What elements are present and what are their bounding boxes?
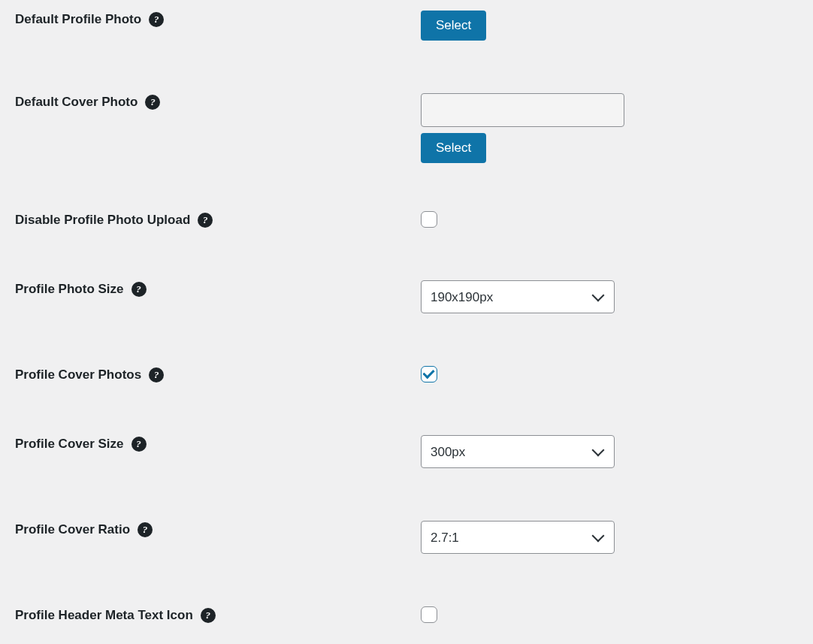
help-icon[interactable]: ? [131,437,147,452]
profile-header-meta-text-icon-label: Profile Header Meta Text Icon [15,608,193,623]
help-icon[interactable]: ? [145,95,160,110]
profile-cover-ratio-label: Profile Cover Ratio [15,522,130,537]
disable-profile-photo-upload-checkbox[interactable] [421,211,437,228]
help-icon[interactable]: ? [149,367,164,382]
profile-cover-ratio-select[interactable]: 2.7:1 [421,521,615,554]
disable-profile-photo-upload-label: Disable Profile Photo Upload [15,213,190,228]
help-icon[interactable]: ? [198,213,213,228]
profile-cover-size-label: Profile Cover Size [15,437,124,452]
profile-cover-size-select[interactable]: 300px [421,435,615,468]
help-icon[interactable]: ? [149,12,164,27]
default-profile-photo-label: Default Profile Photo [15,12,141,27]
default-cover-photo-preview [421,93,624,127]
profile-header-meta-text-icon-checkbox[interactable] [421,606,437,623]
default-cover-photo-select-button[interactable]: Select [421,133,486,163]
default-profile-photo-select-button[interactable]: Select [421,11,486,41]
profile-photo-size-label: Profile Photo Size [15,282,124,297]
profile-photo-size-select[interactable]: 190x190px [421,280,615,313]
profile-cover-photos-label: Profile Cover Photos [15,367,141,382]
help-icon[interactable]: ? [131,282,147,297]
help-icon[interactable]: ? [138,522,153,537]
default-cover-photo-label: Default Cover Photo [15,95,138,110]
help-icon[interactable]: ? [201,608,216,623]
profile-cover-photos-checkbox[interactable] [421,366,437,382]
